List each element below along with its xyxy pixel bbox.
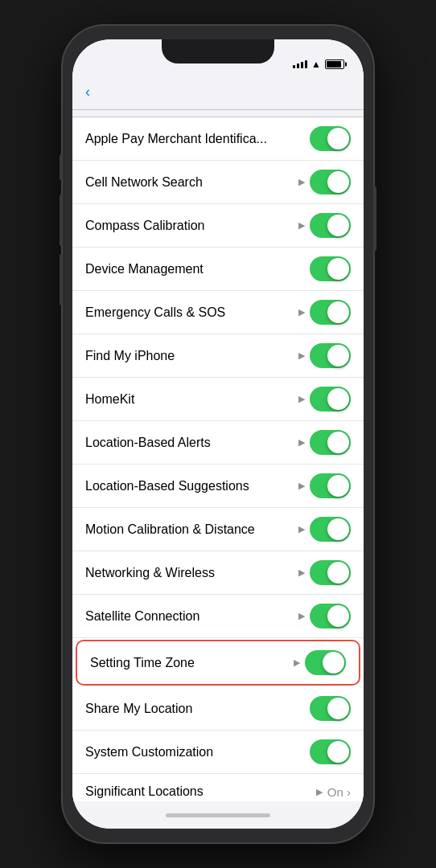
settings-row-compass[interactable]: Compass Calibration▶ (72, 204, 364, 248)
row-label-motion: Motion Calibration & Distance (85, 522, 298, 537)
toggle-location-suggestions[interactable] (310, 473, 351, 498)
location-arrow-icon: ▶ (298, 307, 305, 317)
row-label-cell-network: Cell Network Search (85, 175, 298, 190)
chevron-left-icon: ‹ (85, 84, 90, 100)
row-label-emergency: Emergency Calls & SOS (85, 305, 298, 320)
toggle-knob (327, 432, 349, 453)
settings-row-share-location[interactable]: Share My Location (72, 687, 364, 731)
row-label-apple-pay: Apple Pay Merchant Identifica... (85, 132, 310, 146)
toggle-knob (327, 258, 349, 280)
toggle-knob (327, 345, 349, 366)
toggle-knob (327, 562, 349, 583)
row-right-find-iphone: ▶ (298, 343, 351, 368)
row-extra-significant: On › (327, 785, 351, 799)
row-right-share-location (310, 696, 351, 721)
row-right-location-alerts: ▶ (298, 430, 351, 455)
row-label-share-location: Share My Location (85, 702, 310, 716)
toggle-homekit[interactable] (310, 387, 351, 411)
settings-row-apple-pay[interactable]: Apple Pay Merchant Identifica... (72, 117, 364, 161)
row-right-timezone: ▶ (294, 650, 346, 675)
toggle-knob (327, 605, 349, 627)
toggle-knob (327, 215, 349, 236)
toggle-find-iphone[interactable] (310, 343, 351, 368)
battery-icon (325, 59, 344, 69)
toggle-motion[interactable] (310, 517, 351, 542)
toggle-knob (327, 128, 349, 149)
back-button[interactable]: ‹ (85, 84, 93, 100)
row-label-location-alerts: Location-Based Alerts (85, 436, 298, 450)
toggle-networking[interactable] (310, 560, 351, 585)
phone-frame: ▲ ‹ Apple Pay Merchant Identifica...Cell… (61, 24, 375, 844)
row-label-system-custom: System Customization (85, 745, 310, 760)
row-right-homekit: ▶ (298, 387, 351, 411)
row-right-apple-pay (310, 126, 351, 151)
settings-row-location-suggestions[interactable]: Location-Based Suggestions▶ (72, 465, 364, 508)
toggle-satellite[interactable] (310, 604, 351, 628)
toggle-knob (327, 171, 349, 193)
location-arrow-icon: ▶ (298, 481, 305, 491)
location-arrow-icon: ▶ (298, 437, 305, 448)
toggle-apple-pay[interactable] (310, 126, 351, 151)
toggle-location-alerts[interactable] (310, 430, 351, 455)
notch (162, 39, 274, 63)
settings-content: Apple Pay Merchant Identifica...Cell Net… (72, 110, 364, 801)
location-arrow-icon: ▶ (298, 220, 305, 231)
volume-down-button[interactable] (60, 254, 63, 305)
settings-group: Apple Pay Merchant Identifica...Cell Net… (72, 117, 364, 801)
status-icons: ▲ (293, 59, 344, 70)
location-arrow-icon: ▶ (298, 394, 305, 404)
toggle-knob (327, 301, 349, 323)
row-label-timezone: Setting Time Zone (90, 656, 294, 670)
row-right-motion: ▶ (298, 517, 351, 542)
settings-row-homekit[interactable]: HomeKit▶ (72, 378, 364, 421)
phone-inner: ▲ ‹ Apple Pay Merchant Identifica...Cell… (72, 39, 364, 829)
toggle-knob (323, 652, 344, 674)
toggle-knob (327, 475, 349, 497)
location-arrow-icon: ▶ (316, 787, 323, 797)
toggle-timezone[interactable] (305, 650, 346, 675)
row-label-device-mgmt: Device Management (85, 262, 310, 276)
row-right-location-suggestions: ▶ (298, 473, 351, 498)
row-right-compass: ▶ (298, 213, 351, 238)
volume-up-button[interactable] (60, 194, 63, 246)
row-label-compass: Compass Calibration (85, 219, 298, 233)
row-label-satellite: Satellite Connection (85, 609, 298, 624)
toggle-knob (327, 698, 349, 719)
settings-row-motion[interactable]: Motion Calibration & Distance▶ (72, 508, 364, 551)
screen: ▲ ‹ Apple Pay Merchant Identifica...Cell… (72, 39, 364, 829)
toggle-device-mgmt[interactable] (310, 256, 351, 281)
settings-row-emergency[interactable]: Emergency Calls & SOS▶ (72, 291, 364, 334)
row-label-significant: Significant Locations (85, 784, 316, 799)
settings-row-significant[interactable]: Significant Locations▶On › (72, 774, 364, 801)
settings-row-system-custom[interactable]: System Customization (72, 731, 364, 774)
mute-button[interactable] (60, 154, 63, 180)
settings-row-device-mgmt[interactable]: Device Management (72, 248, 364, 291)
row-right-cell-network: ▶ (298, 170, 351, 194)
settings-row-location-alerts[interactable]: Location-Based Alerts▶ (72, 421, 364, 465)
toggle-system-custom[interactable] (310, 739, 351, 764)
settings-row-satellite[interactable]: Satellite Connection▶ (72, 595, 364, 638)
location-arrow-icon: ▶ (294, 657, 300, 668)
toggle-knob (327, 741, 349, 763)
settings-row-cell-network[interactable]: Cell Network Search▶ (72, 161, 364, 204)
settings-row-networking[interactable]: Networking & Wireless▶ (72, 551, 364, 595)
toggle-compass[interactable] (310, 213, 351, 238)
wifi-icon: ▲ (311, 59, 321, 70)
settings-row-find-iphone[interactable]: Find My iPhone▶ (72, 334, 364, 378)
settings-row-timezone[interactable]: Setting Time Zone▶ (76, 640, 360, 686)
location-arrow-icon: ▶ (298, 567, 305, 578)
row-label-networking: Networking & Wireless (85, 566, 298, 580)
toggle-emergency[interactable] (310, 300, 351, 325)
row-right-device-mgmt (310, 256, 351, 281)
row-right-satellite: ▶ (298, 604, 351, 628)
toggle-cell-network[interactable] (310, 170, 351, 194)
toggle-share-location[interactable] (310, 696, 351, 721)
row-right-emergency: ▶ (298, 300, 351, 325)
power-button[interactable] (373, 186, 376, 251)
row-label-find-iphone: Find My iPhone (85, 349, 298, 363)
row-right-significant: ▶On › (316, 785, 351, 799)
nav-bar: ‹ (72, 75, 364, 110)
location-arrow-icon: ▶ (298, 611, 305, 621)
row-label-homekit: HomeKit (85, 392, 298, 407)
location-arrow-icon: ▶ (298, 177, 305, 187)
